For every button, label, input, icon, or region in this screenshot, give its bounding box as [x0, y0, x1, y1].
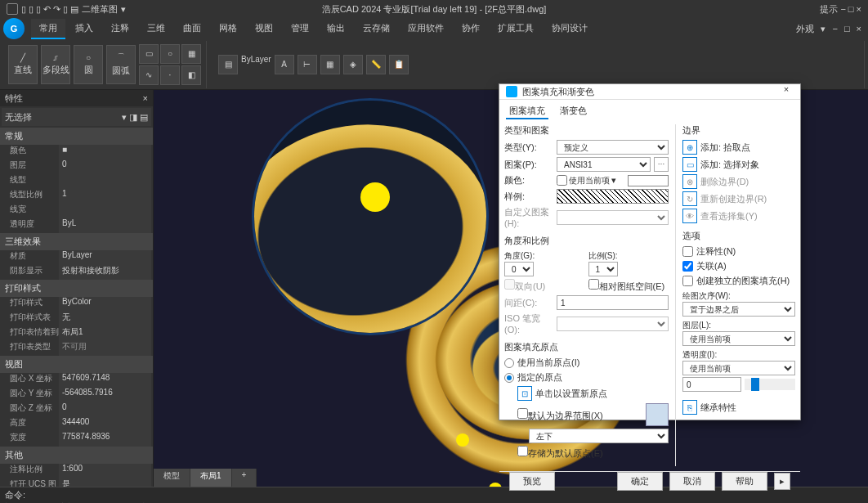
ellipse-icon[interactable]: ○ — [160, 44, 180, 64]
relpaper-check[interactable] — [588, 279, 599, 290]
tab-layout1[interactable]: 布局1 — [190, 469, 232, 487]
tab-surface[interactable]: 曲面 — [175, 19, 209, 39]
section-plot[interactable]: 打印样式 — [0, 280, 153, 297]
tab-output[interactable]: 输出 — [319, 19, 353, 39]
trans-value[interactable] — [682, 377, 741, 392]
preview-button[interactable]: 预览 — [509, 472, 555, 491]
tab-collab[interactable]: 协作 — [454, 19, 488, 39]
tab-apps[interactable]: 应用软件 — [400, 19, 452, 39]
add-pick-icon[interactable]: ⊕ — [682, 140, 697, 155]
pick-origin-icon[interactable]: ⊡ — [517, 386, 532, 401]
tab-cloud[interactable]: 云存储 — [355, 19, 398, 39]
props-btn[interactable]: ◈ — [343, 55, 363, 74]
delete-boundary-icon: ⊗ — [682, 174, 697, 189]
layer-select[interactable]: 使用当前项 — [682, 331, 795, 346]
origin-specified-radio[interactable] — [504, 373, 514, 383]
arc-button[interactable]: ⌒圆弧 — [106, 45, 136, 84]
ok-button[interactable]: 确定 — [617, 472, 663, 491]
workspace-dropdown[interactable]: 二维革图 — [82, 3, 118, 16]
close-icon[interactable]: × — [857, 24, 861, 34]
selection-dropdown[interactable]: 无选择▾ ◨ ▤ — [2, 108, 151, 126]
paste-btn[interactable]: 📋 — [389, 55, 409, 74]
corner-select[interactable]: 左下 — [529, 429, 669, 443]
titlebar: ▯ ▯ ▯ ↶ ↷ ▯ ▤ 二维革图 ▾ 浩辰CAD 2024 专业版[Tria… — [0, 0, 868, 18]
chevron-down-icon[interactable]: ▾ — [821, 24, 825, 34]
save-origin-check[interactable] — [517, 446, 528, 456]
point-icon[interactable]: · — [160, 65, 180, 85]
tab-hatch[interactable]: 图案填充 — [506, 103, 548, 119]
measure-btn[interactable]: 📏 — [366, 55, 386, 74]
inherit-icon[interactable]: ⎘ — [682, 400, 697, 415]
color-value[interactable]: ■ — [59, 145, 151, 159]
help-button[interactable]: 帮助 — [722, 472, 767, 491]
tab-annotate[interactable]: 注释 — [103, 19, 137, 39]
hatch-icon[interactable]: ▦ — [181, 44, 201, 64]
chevron-down-icon[interactable]: ▾ — [121, 4, 126, 15]
tab-manage[interactable]: 管理 — [283, 19, 317, 39]
pattern-browse-btn[interactable]: … — [654, 157, 669, 172]
properties-panel: 特性× 无选择▾ ◨ ▤ 常规 颜色■ 图层0 线型 线型比例1 线宽 透明度B… — [0, 90, 154, 487]
close-icon[interactable]: × — [779, 84, 794, 99]
app-logo[interactable]: G — [3, 18, 25, 39]
zoom-lens — [252, 98, 489, 335]
app-icon-small — [7, 3, 18, 15]
ribbon: ╱直线 ⎎多段线 ○圆 ⌒圆弧 ▭○▦ ∿·◧ ▤ ByLayer A ⊢ ▦ … — [0, 39, 868, 90]
ribbon-tabs: 常用 插入 注释 三维 曲面 网格 视图 管理 输出 云存储 应用软件 协作 扩… — [31, 19, 596, 39]
tab-model[interactable]: 模型 — [154, 469, 190, 487]
table-btn[interactable]: ▦ — [320, 55, 340, 74]
tab-3d[interactable]: 三维 — [139, 19, 173, 39]
trans-select[interactable]: 使用当前项 — [682, 361, 795, 375]
assoc-check[interactable] — [682, 261, 693, 272]
pattern-select[interactable]: ANSI31 — [557, 157, 651, 172]
layer-value[interactable]: 0 — [59, 159, 151, 174]
minimize-icon[interactable]: − — [832, 24, 837, 34]
tab-gradient[interactable]: 渐变色 — [557, 103, 590, 119]
maximize-icon[interactable]: □ — [844, 24, 850, 34]
tab-view[interactable]: 视图 — [247, 19, 281, 39]
annotation-btn[interactable]: A — [275, 55, 294, 74]
tab-tools[interactable]: 扩展工具 — [490, 19, 542, 39]
custom-pattern — [557, 210, 669, 225]
dim-btn[interactable]: ⊢ — [298, 55, 317, 74]
section-3d[interactable]: 三维效果 — [0, 233, 153, 250]
section-misc[interactable]: 其他 — [0, 447, 153, 464]
polyline-button[interactable]: ⎎多段线 — [41, 45, 70, 84]
use-current-color[interactable] — [557, 175, 567, 186]
cancel-button[interactable]: 取消 — [669, 472, 715, 491]
region-icon[interactable]: ◧ — [181, 65, 201, 85]
add-select-icon[interactable]: ▭ — [682, 157, 697, 172]
iso-select — [557, 317, 669, 331]
view-selection-icon: 👁 — [682, 209, 697, 223]
draw-order-select[interactable]: 置于边界之后 — [682, 302, 795, 317]
scale-select[interactable]: 1 — [588, 262, 618, 276]
color-swatch[interactable] — [628, 175, 669, 186]
appearance-menu[interactable]: 外观 — [796, 23, 814, 35]
section-general[interactable]: 常规 — [0, 128, 153, 145]
dialog-title: 图案填充和渐变色 — [522, 86, 594, 98]
extent-preview-icon — [646, 403, 669, 426]
tab-coop[interactable]: 协同设计 — [544, 19, 596, 39]
layer-icon[interactable]: ▤ — [218, 55, 238, 74]
trans-slider[interactable] — [745, 379, 795, 390]
quick-access[interactable]: ▯ ▯ ▯ ↶ ↷ ▯ ▤ — [21, 4, 78, 15]
circle-button[interactable]: ○圆 — [74, 45, 103, 84]
hatch-preview[interactable] — [557, 189, 669, 204]
annot-check[interactable] — [682, 246, 693, 257]
titlebar-right: 提示 − □ × — [820, 3, 861, 16]
line-button[interactable]: ╱直线 — [8, 45, 38, 84]
default-extent-check[interactable] — [517, 408, 528, 419]
tab-mesh[interactable]: 网格 — [211, 19, 245, 39]
window-title: 浩辰CAD 2024 专业版[Trial day left 19] - [2F总… — [322, 3, 547, 16]
rect-icon[interactable]: ▭ — [139, 44, 159, 64]
separate-check[interactable] — [682, 276, 693, 286]
type-select[interactable]: 预定义 — [557, 140, 669, 155]
tab-insert[interactable]: 插入 — [67, 19, 101, 39]
tab-add[interactable]: + — [232, 469, 257, 487]
tab-home[interactable]: 常用 — [31, 19, 65, 39]
close-icon[interactable]: × — [143, 93, 148, 103]
section-view[interactable]: 视图 — [0, 356, 153, 373]
angle-select[interactable]: 0 — [504, 262, 534, 276]
spline-icon[interactable]: ∿ — [139, 65, 159, 85]
expand-button[interactable]: ▸ — [774, 473, 790, 490]
origin-current-radio[interactable] — [504, 358, 514, 368]
